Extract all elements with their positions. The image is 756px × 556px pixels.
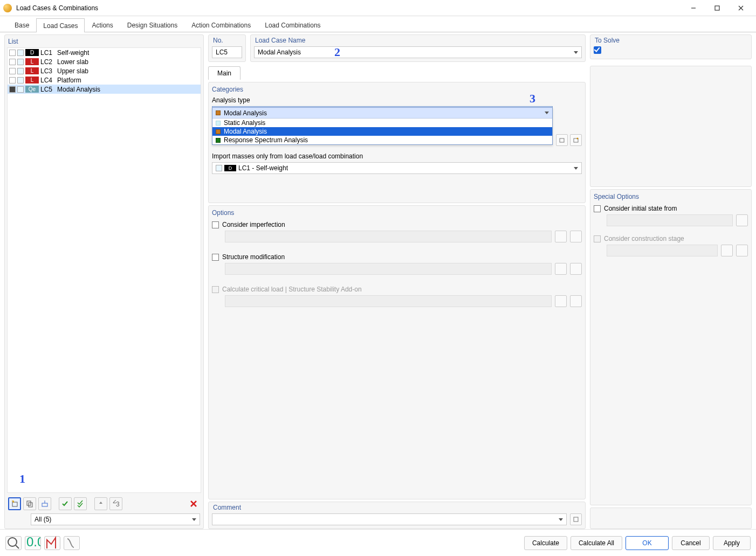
tab-load-combinations[interactable]: Load Combinations [258,18,327,32]
svg-text:0.00: 0.00 [26,536,40,549]
comment-pick-button[interactable] [570,513,582,525]
right-placeholder-1 [590,66,752,187]
imperfection-select[interactable] [225,231,552,242]
svg-point-14 [577,138,579,140]
critical-load-select [225,295,552,307]
consider-imperfection-checkbox[interactable] [212,221,219,228]
tab-actions[interactable]: Actions [85,18,120,32]
analysis-type-option[interactable]: Response Spectrum Analysis [212,136,552,144]
list-filter-value: All (5) [35,516,51,523]
category-tag: D [25,49,39,56]
cancel-button[interactable]: Cancel [672,536,710,550]
opt1-label: Consider imperfection [222,221,285,228]
preset-edit-button[interactable] [570,134,582,146]
initial-state-checkbox[interactable] [594,205,601,212]
edit-icon [721,245,733,256]
units-button[interactable]: 0.00 [25,536,41,550]
name-field-wrap: Load Case Name Modal Analysis [250,34,586,62]
show-graphics-button[interactable] [44,536,60,550]
to-solve-panel: To Solve [590,34,752,59]
solve-swatch [9,50,16,56]
list-item[interactable]: D LC1 Self-weight [8,48,201,57]
opt3-label: Calculate critical load | Structure Stab… [222,286,362,293]
assign-button[interactable] [38,497,51,510]
svg-point-16 [8,538,17,546]
analysis-type-option[interactable]: Static Analysis [212,119,552,127]
new-icon[interactable] [570,263,582,275]
new-load-case-button[interactable] [8,497,21,510]
edit-icon[interactable] [736,214,748,226]
lc-code: LC2 [40,58,56,66]
so2-label: Consider construction stage [604,235,684,242]
color-swatch [17,77,24,84]
edit-icon[interactable] [555,231,567,242]
left-panel: List D LC1 Self-weight L LC2 Lower slab … [4,34,204,529]
renumber-button[interactable]: 23 [109,497,122,510]
analysis-type-label: Analysis type [212,96,582,104]
svg-text:3: 3 [116,501,120,508]
list-item[interactable]: L LC2 Lower slab [8,57,201,66]
calculate-all-button[interactable]: Calculate All [571,536,622,550]
svg-rect-7 [42,503,47,506]
analysis-type-dropdown-open: Modal AnalysisStatic AnalysisModal Analy… [212,107,553,145]
to-solve-checkbox[interactable] [594,46,601,54]
to-solve-label: To Solve [594,36,748,46]
tab-action-combinations[interactable]: Action Combinations [184,18,258,32]
maximize-button[interactable] [705,0,729,16]
script-button[interactable] [64,536,80,550]
calculate-button[interactable]: Calculate [524,536,567,550]
tab-design-situations[interactable]: Design Situations [120,18,184,32]
close-button[interactable] [729,0,753,16]
lc-name: Platform [57,77,81,84]
apply-button[interactable]: Apply [713,536,751,550]
uncheck-all-button[interactable] [74,497,87,510]
preset-new-button[interactable] [556,134,568,146]
color-swatch [17,59,24,65]
lc-name: Lower slab [57,58,88,66]
name-input[interactable]: Modal Analysis [254,46,582,58]
structure-modification-checkbox[interactable] [212,254,219,261]
swatch-icon [216,165,222,171]
delete-button[interactable] [187,497,200,510]
check-all-button[interactable] [59,497,72,510]
comment-title: Comment [212,503,582,513]
titlebar: Load Cases & Combinations [0,0,756,16]
construction-stage-select [607,245,718,256]
list-item[interactable]: Qe LC5 Modal Analysis [8,85,201,94]
solve-swatch [9,68,16,74]
lc-code: LC3 [40,67,56,75]
chevron-down-icon [192,518,196,521]
chevron-down-icon [559,518,563,521]
list-toolbar: 23 [7,495,201,512]
edit-icon[interactable] [555,263,567,275]
opt2-label: Structure modification [222,253,285,261]
analysis-type-select-header[interactable]: Modal Analysis [212,108,552,119]
comment-input[interactable] [212,513,567,525]
chevron-down-icon [574,167,578,170]
category-tag: L [25,77,39,84]
copy-button[interactable] [23,497,36,510]
list-item[interactable]: L LC4 Platform [8,75,201,85]
list-filter-select[interactable]: All (5) [31,513,200,525]
no-field-wrap: No. LC5 [208,34,246,62]
special-options-panel: Special Options Consider initial state f… [590,189,752,505]
search-tool-button[interactable] [5,536,22,550]
ok-button[interactable]: OK [626,536,669,550]
structure-mod-select[interactable] [225,263,552,275]
tab-base[interactable]: Base [8,18,36,32]
initial-state-select[interactable] [607,214,733,226]
minimize-button[interactable] [682,0,705,16]
color-swatch [17,50,24,56]
main-subtab[interactable]: Main [208,66,240,80]
lc-code: LC5 [40,86,56,93]
move-up-button[interactable] [94,497,107,510]
bottom-bar: 0.00 Calculate Calculate All OK Cancel A… [0,529,756,556]
category-tag: D [224,165,236,171]
new-icon[interactable] [570,231,582,242]
list-item[interactable]: L LC3 Upper slab [8,66,201,75]
analysis-type-option[interactable]: Modal Analysis [212,127,552,136]
load-case-list[interactable]: D LC1 Self-weight L LC2 Lower slab L LC3… [7,47,201,493]
import-masses-select[interactable]: D LC1 - Self-weight [212,162,582,174]
tab-load-cases[interactable]: Load Cases [36,18,85,32]
no-input[interactable]: LC5 [212,46,242,58]
